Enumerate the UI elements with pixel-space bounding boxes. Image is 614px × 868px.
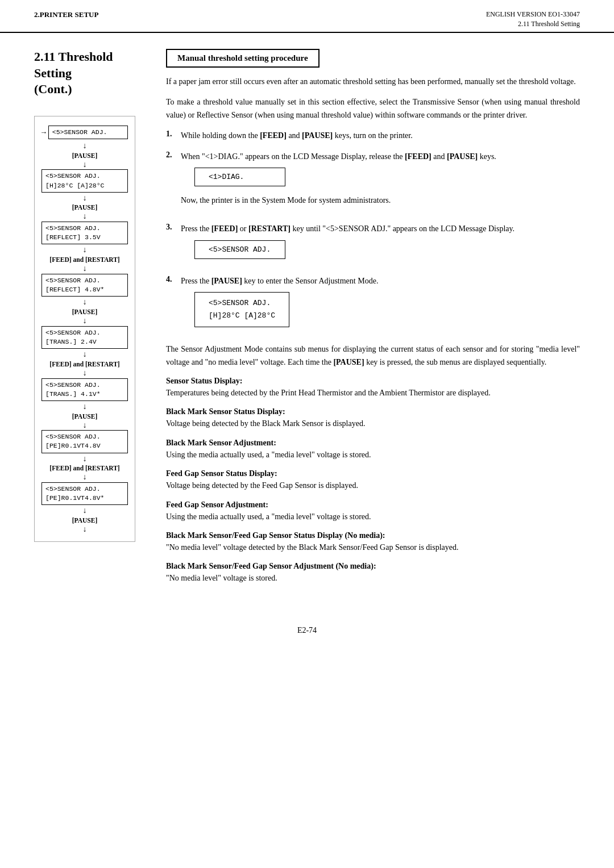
flow-arrow-12: ↓ <box>42 421 128 431</box>
flow-arrow-6: ↓ <box>42 264 128 274</box>
lcd-sensor-adj-1: <5>SENSOR ADJ. <box>194 240 285 259</box>
step-3: 3. Press the [FEED] or [RESTART] key unt… <box>166 223 580 266</box>
left-column: 2.11 Threshold Setting(Cont.) → <5>SENSO… <box>34 49 148 593</box>
sub-section-2: Black Mark Sensor Status Display: Voltag… <box>166 407 580 430</box>
page-number: E2-74 <box>297 626 317 635</box>
step-1-num: 1. <box>166 130 176 142</box>
flow-arrow-9: ↓ <box>42 350 128 360</box>
step-3-content: Press the [FEED] or [RESTART] key until … <box>181 223 515 266</box>
sub-section-3-title: Black Mark Sensor Adjustment: <box>166 439 580 448</box>
intro-para-1: If a paper jam error still occurs even a… <box>166 76 580 88</box>
sub-section-7: Black Mark Sensor/Feed Gap Sensor Adjust… <box>166 562 580 585</box>
sub-section-5: Feed Gap Sensor Adjustment: Using the me… <box>166 500 580 523</box>
step-4: 4. Press the [PAUSE] key to enter the Se… <box>166 275 580 336</box>
header-right: ENGLISH VERSION EO1-33047 2.11 Threshold… <box>486 10 580 28</box>
sub-section-4: Feed Gap Sensor Status Display: Voltage … <box>166 469 580 492</box>
sub-section-6-body: "No media level" voltage detected by the… <box>166 541 580 554</box>
step-3-num: 3. <box>166 223 176 266</box>
flow-box-5: <5>SENSOR ADJ.[TRANS.] 2.4V <box>42 326 128 349</box>
sub-section-6-title: Black Mark Sensor/Feed Gap Sensor Status… <box>166 531 580 540</box>
flow-diagram-area: → <5>SENSOR ADJ. ↓ [PAUSE] ↓ <5>SENSOR A… <box>34 116 148 542</box>
flow-arrow-7: ↓ <box>42 298 128 307</box>
flow-label-7: [FEED] and [RESTART] <box>42 465 128 471</box>
flow-box-7: <5>SENSOR ADJ.[PE]R0.1VT4.8V <box>42 430 128 453</box>
sub-section-1: Sensor Status Display: Temperatures bein… <box>166 377 580 399</box>
flow-box-3: <5>SENSOR ADJ.[REFLECT] 3.5V <box>42 222 128 244</box>
flow-box-2: <5>SENSOR ADJ.[H]28°C [A]28°C <box>42 169 128 192</box>
flow-label-1: [PAUSE] <box>42 152 128 159</box>
sub-section-7-title: Black Mark Sensor/Feed Gap Sensor Adjust… <box>166 562 580 571</box>
flow-label-2: [PAUSE] <box>42 204 128 211</box>
flow-label-5: [FEED] and [RESTART] <box>42 361 128 368</box>
section-title: 2.11 Threshold Setting(Cont.) <box>34 49 148 98</box>
flow-arrow-14: ↓ <box>42 473 128 482</box>
flow-arrow-10: ↓ <box>42 369 128 378</box>
sub-section-5-body: Using the media actually used, a "media … <box>166 511 580 523</box>
flow-arrow-3: ↓ <box>42 194 128 203</box>
right-column: Manual threshold setting procedure If a … <box>166 49 580 593</box>
page: 2.PRINTER SETUP ENGLISH VERSION EO1-3304… <box>0 0 614 868</box>
step-3-text: Press the [FEED] or [RESTART] key until … <box>181 224 515 233</box>
step-2-text: When "<1>DIAG." appears on the LCD Messa… <box>181 152 496 161</box>
flow-arrow-13: ↓ <box>42 454 128 464</box>
sub-section-4-title: Feed Gap Sensor Status Display: <box>166 469 580 478</box>
flow-arrow-11: ↓ <box>42 402 128 412</box>
manual-threshold-box: Manual threshold setting procedure <box>166 49 320 68</box>
step-2: 2. When "<1>DIAG." appears on the LCD Me… <box>166 151 580 215</box>
header-left: 2.PRINTER SETUP <box>34 10 98 19</box>
step-2-after: Now, the printer is in the System Mode f… <box>181 194 496 207</box>
sub-section-3: Black Mark Sensor Adjustment: Using the … <box>166 439 580 461</box>
step-2-content: When "<1>DIAG." appears on the LCD Messa… <box>181 151 496 215</box>
page-header: 2.PRINTER SETUP ENGLISH VERSION EO1-3304… <box>0 0 614 33</box>
sub-section-3-body: Using the media actually used, a "media … <box>166 449 580 461</box>
header-section: 2.11 Threshold Setting <box>486 20 580 28</box>
lcd-sensor-adj-2: <5>SENSOR ADJ.[H]28°C [A]28°C <box>194 292 289 327</box>
step-4-text: Press the [PAUSE] key to enter the Senso… <box>181 277 378 285</box>
sub-section-6: Black Mark Sensor/Feed Gap Sensor Status… <box>166 531 580 554</box>
flow-diagram: → <5>SENSOR ADJ. ↓ [PAUSE] ↓ <5>SENSOR A… <box>34 116 135 542</box>
sub-section-1-title: Sensor Status Display: <box>166 377 580 386</box>
flow-label-3: [FEED] and [RESTART] <box>42 256 128 263</box>
sub-section-1-body: Temperatures being detected by the Print… <box>166 387 580 399</box>
page-content: 2.11 Threshold Setting(Cont.) → <5>SENSO… <box>0 33 614 616</box>
sub-section-2-body: Voltage being detected by the Black Mark… <box>166 418 580 430</box>
flow-label-4: [PAUSE] <box>42 308 128 315</box>
flow-box-1: <5>SENSOR ADJ. <box>48 126 128 139</box>
page-footer: E2-74 <box>0 616 614 642</box>
flow-arrow-2: ↓ <box>42 160 128 170</box>
flow-label-8: [PAUSE] <box>42 517 128 524</box>
step-4-num: 4. <box>166 275 176 336</box>
sub-section-2-title: Black Mark Sensor Status Display: <box>166 407 580 416</box>
flow-label-6: [PAUSE] <box>42 413 128 420</box>
header-version: ENGLISH VERSION EO1-33047 <box>486 10 580 19</box>
flow-arrow-15: ↓ <box>42 506 128 516</box>
lcd-diag: <1>DIAG. <box>194 168 285 186</box>
flow-box-6: <5>SENSOR ADJ.[TRANS.] 4.1V* <box>42 378 128 401</box>
sub-section-5-title: Feed Gap Sensor Adjustment: <box>166 500 580 510</box>
flow-box-8: <5>SENSOR ADJ.[PE]R0.1VT4.8V* <box>42 482 128 505</box>
flow-arrow-5: ↓ <box>42 245 128 255</box>
sub-section-7-body: "No media level" voltage is stored. <box>166 572 580 585</box>
sensor-adj-text: The Sensor Adjustment Mode contains sub … <box>166 343 580 369</box>
flow-arrow-4: ↓ <box>42 212 128 222</box>
step-2-num: 2. <box>166 151 176 215</box>
step-1-text: While holding down the [FEED] and [PAUSE… <box>181 130 413 142</box>
flow-arrow-1: ↓ <box>42 141 128 151</box>
flow-arrow-8: ↓ <box>42 316 128 326</box>
flow-box-4: <5>SENSOR ADJ.[REFLECT] 4.8V* <box>42 274 128 297</box>
step-4-content: Press the [PAUSE] key to enter the Senso… <box>181 275 378 336</box>
flow-arrow-16: ↓ <box>42 525 128 535</box>
intro-para-2: To make a threshold value manually set i… <box>166 96 580 122</box>
sub-section-4-body: Voltage being detected by the Feed Gap S… <box>166 479 580 492</box>
step-1: 1. While holding down the [FEED] and [PA… <box>166 130 580 142</box>
